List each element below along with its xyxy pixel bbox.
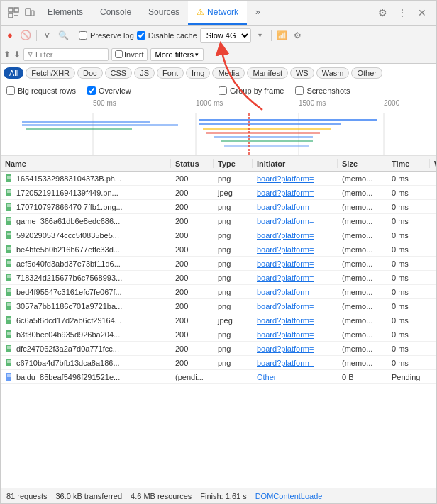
- th-initiator[interactable]: Initiator: [253, 159, 338, 168]
- td-initiator[interactable]: board?platform=: [253, 203, 338, 211]
- td-initiator[interactable]: board?platform=: [253, 259, 338, 268]
- dom-content-loaded[interactable]: DOMContentLoade: [255, 492, 323, 500]
- chip-other[interactable]: Other: [351, 67, 382, 79]
- td-initiator[interactable]: board?platform=: [253, 174, 338, 183]
- td-initiator[interactable]: board?platform=: [253, 359, 338, 367]
- td-status: 200: [171, 217, 214, 225]
- disable-cache-label[interactable]: Disable cache: [137, 31, 197, 40]
- th-status[interactable]: Status: [171, 159, 214, 168]
- more-icon[interactable]: ⋮: [395, 6, 409, 20]
- table-row[interactable]: 170710797866470 7ffb1.png...200pngboard?…: [1, 200, 436, 214]
- td-initiator[interactable]: board?platform=: [253, 274, 338, 282]
- network-chart[interactable]: [1, 113, 436, 156]
- filter-input[interactable]: [35, 50, 92, 59]
- td-initiator[interactable]: Other: [253, 373, 338, 381]
- table-row[interactable]: game_366a61db6e8edc686...200pngboard?pla…: [1, 214, 436, 228]
- tab-elements[interactable]: Elements: [39, 1, 92, 25]
- table-row[interactable]: dfc247062f3a2a7d0a771fcc...200pngboard?p…: [1, 342, 436, 356]
- screenshots-checkbox[interactable]: [295, 86, 304, 95]
- big-request-rows-checkbox[interactable]: [6, 86, 15, 95]
- td-name: aef5d40fd3abd37e73bf11d6...: [1, 259, 171, 268]
- filter-icon[interactable]: ⛛: [41, 29, 54, 42]
- svg-rect-18: [221, 140, 313, 142]
- chip-ws[interactable]: WS: [290, 67, 314, 79]
- table-row[interactable]: b3f30bec04b935d926ba204...200pngboard?pl…: [1, 327, 436, 342]
- td-initiator[interactable]: board?platform=: [253, 217, 338, 225]
- chip-font[interactable]: Font: [157, 67, 184, 79]
- upload-icon[interactable]: ⬆: [4, 50, 11, 60]
- td-time: 0 ms: [387, 316, 430, 325]
- chip-wasm[interactable]: Wasm: [316, 67, 350, 79]
- timeline-label-500: 500 ms: [93, 99, 116, 107]
- disable-cache-checkbox[interactable]: [137, 31, 145, 40]
- th-type[interactable]: Type: [214, 159, 253, 168]
- clear-button[interactable]: 🚫: [19, 29, 32, 42]
- chip-manifest[interactable]: Manifest: [247, 67, 288, 79]
- td-initiator[interactable]: board?platform=: [253, 345, 338, 353]
- td-time: 0 ms: [387, 231, 430, 240]
- inspect-icon[interactable]: [8, 7, 19, 18]
- throttle-chevron-icon[interactable]: ▾: [254, 29, 267, 42]
- td-initiator[interactable]: board?platform=: [253, 245, 338, 254]
- search-icon[interactable]: 🔍: [57, 29, 70, 42]
- group-by-frame-label[interactable]: Group by frame: [218, 86, 284, 95]
- td-initiator[interactable]: board?platform=: [253, 189, 338, 197]
- tab-network[interactable]: ⚠ Network: [188, 1, 247, 25]
- table-row[interactable]: aef5d40fd3abd37e73bf11d6...200pngboard?p…: [1, 257, 436, 271]
- screenshots-label[interactable]: Screenshots: [295, 86, 350, 95]
- table-row[interactable]: c6710ba4d7bfb13dca8a186...200pngboard?pl…: [1, 356, 436, 370]
- table-row[interactable]: 3057a7bb1186c701a9721ba...200pngboard?pl…: [1, 299, 436, 313]
- table-row[interactable]: 1720521911694139f449.pn...200jpegboard?p…: [1, 186, 436, 200]
- td-initiator[interactable]: board?platform=: [253, 316, 338, 325]
- chip-fetch-xhr[interactable]: Fetch/XHR: [26, 67, 75, 79]
- finish-time: Finish: 1.61 s: [200, 492, 246, 500]
- close-icon[interactable]: ✕: [415, 6, 429, 20]
- table-row[interactable]: 718324d215677b6c7568993...200pngboard?pl…: [1, 271, 436, 285]
- chip-img[interactable]: Img: [186, 67, 210, 79]
- chip-doc[interactable]: Doc: [77, 67, 103, 79]
- download-icon[interactable]: ⬇: [13, 50, 21, 60]
- td-initiator[interactable]: board?platform=: [253, 231, 338, 240]
- overview-checkbox[interactable]: [87, 86, 96, 95]
- table-row[interactable]: be4bfe5b0b216b677effc33d...200pngboard?p…: [1, 242, 436, 257]
- wifi-icon[interactable]: 📶: [276, 29, 289, 42]
- settings2-icon[interactable]: ⚙: [292, 29, 304, 42]
- table-row[interactable]: 6c6a5f6dcd17d2ab6cf29164...200jpegboard?…: [1, 313, 436, 327]
- table-row[interactable]: 59202905374ccc5f0835be5...200pngboard?pl…: [1, 228, 436, 242]
- td-size: (memo...: [338, 231, 387, 240]
- tab-more[interactable]: »: [247, 1, 269, 25]
- throttle-select[interactable]: Slow 4G: [200, 28, 251, 43]
- chip-all[interactable]: All: [4, 67, 23, 79]
- th-waterfall[interactable]: Waterfall: [430, 159, 437, 168]
- chip-media[interactable]: Media: [212, 67, 245, 79]
- invert-checkbox-label[interactable]: Invert: [111, 48, 148, 61]
- td-size: (memo...: [338, 189, 387, 197]
- chip-js[interactable]: JS: [134, 67, 155, 79]
- record-button[interactable]: ●: [4, 29, 16, 42]
- table-row[interactable]: 1654153329883104373B.ph...200pngboard?pl…: [1, 172, 436, 186]
- th-time[interactable]: Time: [387, 159, 430, 168]
- device-icon[interactable]: [23, 7, 35, 18]
- invert-checkbox[interactable]: [115, 50, 123, 58]
- tab-sources[interactable]: Sources: [140, 1, 188, 25]
- td-initiator[interactable]: board?platform=: [253, 288, 338, 296]
- more-filters-button[interactable]: More filters ▾: [150, 48, 204, 61]
- filter-input-wrap[interactable]: ⛛: [23, 48, 109, 61]
- td-size: (memo...: [338, 288, 387, 296]
- td-time: 0 ms: [387, 345, 430, 353]
- overview-label[interactable]: Overview: [87, 86, 131, 95]
- td-initiator[interactable]: board?platform=: [253, 302, 338, 310]
- big-request-rows-label[interactable]: Big request rows: [6, 86, 76, 95]
- chip-css[interactable]: CSS: [105, 67, 133, 79]
- settings-icon[interactable]: ⚙: [375, 6, 389, 20]
- preserve-log-checkbox[interactable]: [79, 31, 87, 40]
- preserve-log-label[interactable]: Preserve log: [79, 31, 134, 40]
- table-row[interactable]: baidu_85beaf5496f291521e...(pendi...Othe…: [1, 370, 436, 384]
- td-size: (memo...: [338, 330, 387, 339]
- table-row[interactable]: bed4f95547c3161efc7fe067f...200pngboard?…: [1, 285, 436, 299]
- th-name[interactable]: Name: [1, 159, 171, 168]
- tab-console[interactable]: Console: [92, 1, 140, 25]
- td-initiator[interactable]: board?platform=: [253, 330, 338, 339]
- th-size[interactable]: Size: [338, 159, 387, 168]
- group-by-frame-checkbox[interactable]: [218, 86, 227, 95]
